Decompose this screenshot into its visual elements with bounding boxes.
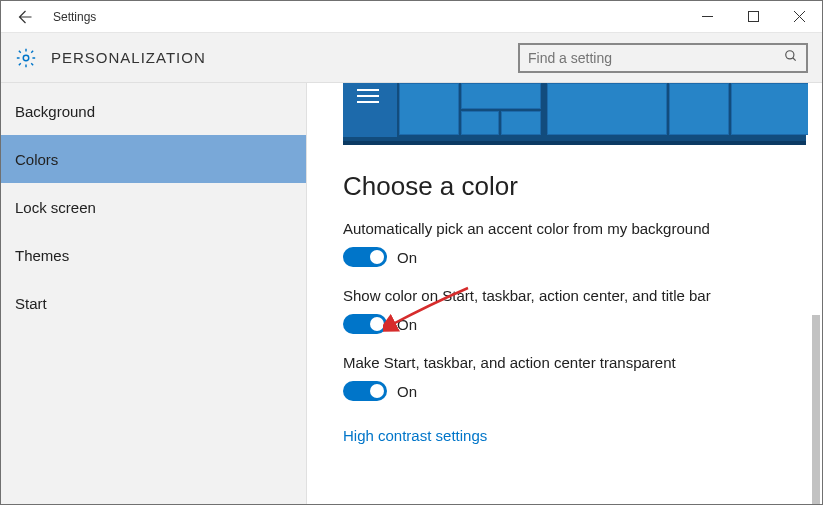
sidebar-item-themes[interactable]: Themes — [1, 231, 306, 279]
close-icon — [794, 11, 805, 22]
tile — [461, 111, 499, 135]
tile — [731, 83, 808, 135]
toggle-state: On — [397, 383, 417, 400]
svg-line-6 — [793, 58, 796, 61]
body: Background Colors Lock screen Themes Sta… — [1, 83, 822, 504]
titlebar: Settings — [1, 1, 822, 33]
svg-rect-1 — [748, 12, 758, 22]
toggle-knob — [370, 250, 384, 264]
setting-transparent: Make Start, taskbar, and action center t… — [343, 354, 808, 401]
maximize-icon — [748, 11, 759, 22]
search-box[interactable] — [518, 43, 808, 73]
preview-start-panel — [343, 83, 397, 137]
search-input[interactable] — [528, 50, 784, 66]
toggle-row: On — [343, 381, 808, 401]
sidebar-item-label: Themes — [15, 247, 69, 264]
search-icon — [784, 49, 798, 66]
sidebar-item-label: Start — [15, 295, 47, 312]
toggle-knob — [370, 317, 384, 331]
preview-tiles — [397, 83, 806, 137]
toggle-row: On — [343, 247, 808, 267]
maximize-button[interactable] — [730, 1, 776, 33]
section-heading: Choose a color — [343, 171, 808, 202]
minimize-button[interactable] — [684, 1, 730, 33]
toggle-state: On — [397, 249, 417, 266]
hamburger-icon — [357, 89, 379, 107]
toggle-transparent[interactable] — [343, 381, 387, 401]
sidebar-item-label: Lock screen — [15, 199, 96, 216]
back-arrow-icon — [15, 8, 33, 26]
category-label: PERSONALIZATION — [51, 49, 206, 66]
toggle-state: On — [397, 316, 417, 333]
tile — [547, 83, 667, 135]
back-button[interactable] — [1, 1, 47, 33]
settings-window: Settings PERSONALIZATION Bac — [0, 0, 823, 505]
sidebar-item-lock-screen[interactable]: Lock screen — [1, 183, 306, 231]
setting-auto-accent: Automatically pick an accent color from … — [343, 220, 808, 267]
high-contrast-link[interactable]: High contrast settings — [343, 427, 487, 444]
vertical-scrollbar[interactable] — [812, 167, 820, 504]
window-title: Settings — [47, 10, 96, 24]
gear-icon — [15, 47, 37, 69]
setting-label: Show color on Start, taskbar, action cen… — [343, 287, 808, 304]
scroll-area: Choose a color Automatically pick an acc… — [343, 83, 808, 504]
sidebar-item-start[interactable]: Start — [1, 279, 306, 327]
setting-show-color: Show color on Start, taskbar, action cen… — [343, 287, 808, 334]
tile — [501, 111, 541, 135]
sidebar-item-colors[interactable]: Colors — [1, 135, 306, 183]
setting-label: Automatically pick an accent color from … — [343, 220, 808, 237]
tile — [669, 83, 729, 135]
close-button[interactable] — [776, 1, 822, 33]
minimize-icon — [702, 11, 713, 22]
svg-point-4 — [23, 55, 29, 61]
setting-label: Make Start, taskbar, and action center t… — [343, 354, 808, 371]
scrollbar-thumb[interactable] — [812, 315, 820, 504]
toggle-row: On — [343, 314, 808, 334]
toggle-knob — [370, 384, 384, 398]
sidebar-item-label: Background — [15, 103, 95, 120]
tile — [461, 83, 541, 109]
window-controls — [684, 1, 822, 33]
toggle-auto-accent[interactable] — [343, 247, 387, 267]
sidebar-item-label: Colors — [15, 151, 58, 168]
tile — [399, 83, 459, 135]
color-preview — [343, 83, 806, 145]
sidebar: Background Colors Lock screen Themes Sta… — [1, 83, 307, 504]
svg-point-5 — [786, 51, 794, 59]
header: PERSONALIZATION — [1, 33, 822, 83]
toggle-show-color[interactable] — [343, 314, 387, 334]
content-area: Choose a color Automatically pick an acc… — [307, 83, 822, 504]
sidebar-item-background[interactable]: Background — [1, 87, 306, 135]
